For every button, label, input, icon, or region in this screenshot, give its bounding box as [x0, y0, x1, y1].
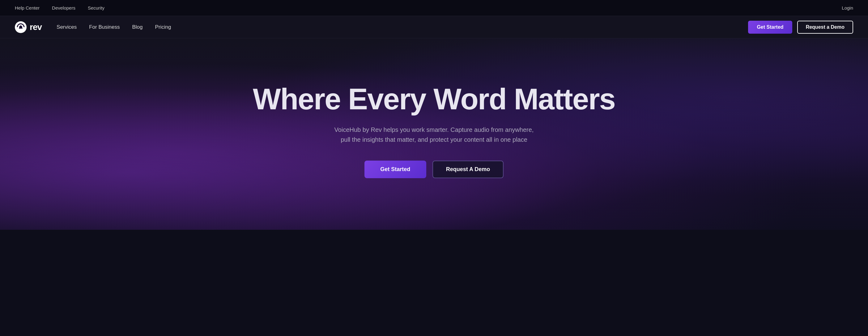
logo-text: rev [30, 22, 42, 32]
hero-subtitle: VoiceHub by Rev helps you work smarter. … [329, 125, 539, 144]
hero-title: Where Every Word Matters [253, 84, 615, 115]
top-bar-link-developers[interactable]: Developers [52, 5, 75, 10]
hero-request-demo-button[interactable]: Request A Demo [432, 161, 504, 178]
top-bar-link-security[interactable]: Security [88, 5, 104, 10]
top-bar-right: Login [842, 5, 853, 10]
top-bar-link-help-center[interactable]: Help Center [15, 5, 39, 10]
hero-buttons: Get Started Request A Demo [365, 161, 504, 178]
nav-left: rev Services For Business Blog Pricing [15, 21, 171, 33]
logo[interactable]: rev [15, 21, 42, 33]
main-nav: rev Services For Business Blog Pricing G… [0, 16, 868, 38]
top-bar-links: Help Center Developers Security [15, 5, 104, 10]
nav-right: Get Started Request a Demo [748, 21, 853, 34]
nav-get-started-button[interactable]: Get Started [748, 21, 792, 34]
hero-section: Where Every Word Matters VoiceHub by Rev… [0, 38, 868, 230]
nav-link-for-business[interactable]: For Business [89, 24, 120, 30]
nav-links: Services For Business Blog Pricing [57, 24, 171, 30]
nav-link-services[interactable]: Services [57, 24, 77, 30]
hero-get-started-button[interactable]: Get Started [365, 161, 426, 178]
nav-link-pricing[interactable]: Pricing [155, 24, 171, 30]
top-bar: Help Center Developers Security Login [0, 0, 868, 16]
nav-request-demo-button[interactable]: Request a Demo [797, 21, 853, 34]
login-link[interactable]: Login [842, 5, 853, 10]
nav-link-blog[interactable]: Blog [132, 24, 143, 30]
rev-logo-icon [15, 21, 27, 33]
